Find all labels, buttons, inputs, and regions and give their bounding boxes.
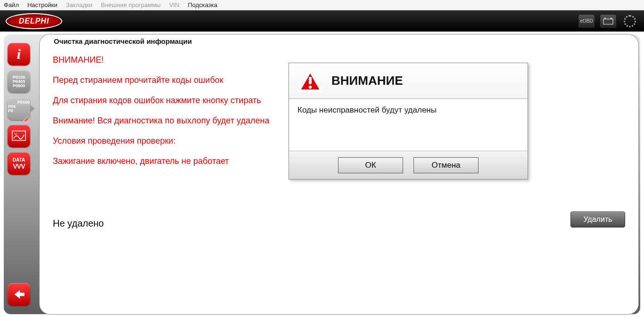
back-button[interactable] xyxy=(8,283,30,306)
not-deleted-label: Не удалено xyxy=(53,218,104,229)
dialog-footer: ОК Отмена xyxy=(289,151,528,179)
svg-point-6 xyxy=(309,85,312,88)
sidebar-erase-codes-button[interactable]: P0100 P04 P0 xyxy=(8,98,30,120)
side-toolbar: i P0100 P0403 P0600 P0100 P04 P0 °C DATA… xyxy=(4,34,34,314)
svg-text:°C: °C xyxy=(14,133,17,136)
sidebar-data-stream-button[interactable]: DATA VVV xyxy=(8,152,30,175)
header-strip: DELPHI eOBD xyxy=(0,10,644,32)
menu-help[interactable]: Подсказка xyxy=(188,1,217,8)
menu-bookmarks: Закладки xyxy=(66,1,92,8)
menu-vin: VIN xyxy=(169,1,180,8)
data-label: DATA xyxy=(13,157,25,163)
back-arrow-icon xyxy=(12,288,25,301)
menu-bar: Файл Настройки Закладки Внешние программ… xyxy=(0,0,644,10)
delete-button[interactable]: Удалить xyxy=(570,211,625,228)
battery-icon xyxy=(603,17,613,25)
sidebar-info-button[interactable]: i xyxy=(8,43,30,65)
svg-rect-2 xyxy=(611,17,612,19)
codes-icon: P0100 P0403 P0600 xyxy=(13,75,25,88)
loading-button xyxy=(621,14,638,28)
menu-settings[interactable]: Настройки xyxy=(27,1,58,8)
info-icon: i xyxy=(17,46,21,62)
gauge-icon: °C xyxy=(11,128,27,144)
header-right: eOBD xyxy=(578,14,638,28)
dialog-cancel-button[interactable]: Отмена xyxy=(413,157,479,173)
sidebar-read-codes-button[interactable]: P0100 P0403 P0600 xyxy=(8,70,30,93)
delphi-logo: DELPHI xyxy=(6,13,62,29)
svg-rect-0 xyxy=(603,19,613,24)
battery-button[interactable] xyxy=(600,14,617,28)
eraser-icon xyxy=(22,114,31,122)
dialog-ok-button[interactable]: ОК xyxy=(338,157,403,173)
panel-title: Очистка диагностической информации xyxy=(40,34,206,49)
warning-triangle-icon xyxy=(297,70,323,92)
menu-file[interactable]: Файл xyxy=(4,1,19,8)
dialog-body: Коды неисправностей будут удалены xyxy=(289,99,528,151)
dialog-header: ВНИМАНИЕ xyxy=(289,63,528,99)
sidebar-live-data-button[interactable]: °C xyxy=(8,125,30,147)
waveform-icon: VVV xyxy=(13,163,25,170)
menu-external: Внешние программы xyxy=(101,1,161,8)
eobd-button[interactable]: eOBD xyxy=(578,14,595,28)
main-area: i P0100 P0403 P0600 P0100 P04 P0 °C DATA… xyxy=(4,34,640,314)
confirm-dialog: ВНИМАНИЕ Коды неисправностей будут удале… xyxy=(289,63,528,179)
svg-rect-5 xyxy=(309,77,312,84)
loading-icon xyxy=(624,15,636,27)
content-panel: Очистка диагностической информации ВНИМА… xyxy=(40,34,638,314)
svg-rect-1 xyxy=(604,17,606,19)
dialog-title: ВНИМАНИЕ xyxy=(331,73,403,88)
erase-codes-icon: P0100 P04 P0 xyxy=(8,96,30,122)
